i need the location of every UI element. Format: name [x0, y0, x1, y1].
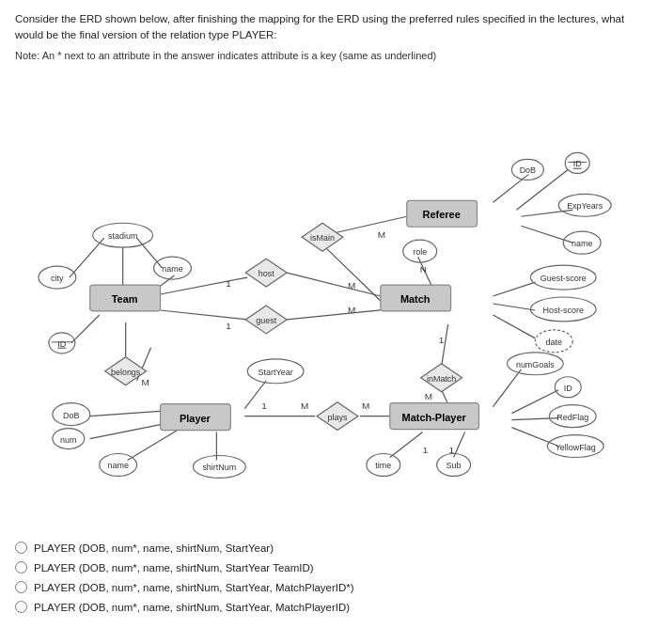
svg-text:M: M [378, 229, 385, 240]
svg-text:1: 1 [226, 278, 231, 289]
svg-text:num: num [60, 434, 76, 444]
svg-line-27 [511, 417, 558, 419]
svg-text:ID: ID [573, 159, 582, 168]
option-label-3[interactable]: PLAYER (DOB, num*, name, shirtNum, Start… [34, 580, 354, 595]
svg-text:name: name [572, 239, 592, 248]
option-radio-4[interactable] [15, 601, 27, 613]
option-row-1: PLAYER (DOB, num*, name, shirtNum, Start… [15, 541, 643, 556]
svg-line-26 [511, 389, 558, 413]
svg-text:M: M [425, 390, 432, 401]
svg-line-32 [493, 174, 528, 202]
svg-text:1: 1 [226, 320, 231, 330]
svg-text:ID: ID [57, 338, 66, 348]
svg-text:ExpYears: ExpYears [567, 201, 603, 211]
option-row-2: PLAYER (DOB, num*, name, shirtNum, Start… [15, 560, 643, 575]
svg-text:1: 1 [439, 334, 445, 344]
svg-text:name: name [162, 264, 182, 274]
svg-text:shirtNum: shirtNum [202, 463, 236, 472]
svg-text:M: M [142, 376, 149, 386]
svg-text:YellowFlag: YellowFlag [556, 442, 596, 451]
svg-text:Player: Player [180, 412, 212, 423]
svg-text:RedFlag: RedFlag [556, 412, 588, 421]
svg-text:N: N [420, 264, 427, 275]
erd-svg: 1 1 M M M N 1 M M M 1 1 1 M Team Match [15, 71, 643, 531]
svg-line-1 [161, 309, 248, 319]
svg-text:stadium: stadium [108, 231, 137, 241]
svg-text:guest: guest [256, 315, 276, 324]
svg-text:Host-score: Host-score [543, 305, 584, 314]
svg-text:role: role [413, 247, 427, 257]
svg-text:DoB: DoB [520, 165, 536, 175]
option-label-4[interactable]: PLAYER (DOB, num*, name, shirtNum, Start… [34, 600, 350, 615]
svg-text:Referee: Referee [423, 209, 461, 220]
svg-text:Match-Player: Match-Player [402, 411, 467, 422]
erd-diagram: 1 1 M M M N 1 M M M 1 1 1 M Team Match [15, 71, 643, 531]
question-note-text: Note: An * next to an attribute in the a… [15, 50, 643, 61]
svg-text:M: M [362, 400, 369, 410]
question-main-text: Consider the ERD shown below, after fini… [15, 11, 643, 44]
svg-text:plays: plays [328, 412, 348, 421]
option-radio-3[interactable] [15, 581, 27, 593]
svg-text:ID: ID [564, 383, 572, 392]
svg-line-2 [287, 273, 381, 296]
svg-text:time: time [375, 461, 391, 470]
svg-text:inMatch: inMatch [427, 373, 456, 383]
svg-text:Team: Team [112, 292, 138, 304]
svg-text:numGoals: numGoals [516, 359, 555, 369]
svg-text:city: city [51, 274, 64, 283]
option-label-2[interactable]: PLAYER (DOB, num*, name, shirtNum, Start… [34, 560, 314, 575]
option-radio-1[interactable] [15, 542, 27, 554]
svg-line-10 [442, 323, 448, 366]
svg-line-16 [71, 314, 100, 342]
svg-text:isMain: isMain [310, 233, 335, 243]
svg-text:M: M [348, 304, 355, 314]
svg-text:M: M [301, 400, 308, 410]
svg-line-9 [493, 314, 535, 338]
svg-text:1: 1 [261, 400, 267, 410]
svg-line-28 [511, 427, 558, 446]
svg-text:belongs: belongs [111, 367, 141, 376]
svg-line-7 [493, 282, 535, 296]
svg-text:name: name [107, 461, 128, 470]
svg-text:DoB: DoB [63, 410, 79, 419]
svg-line-29 [493, 369, 521, 406]
svg-text:1: 1 [423, 444, 429, 454]
svg-line-3 [287, 309, 381, 319]
svg-text:1: 1 [449, 444, 455, 454]
option-row-3: PLAYER (DOB, num*, name, shirtNum, Start… [15, 580, 643, 595]
svg-line-0 [161, 277, 248, 294]
svg-text:Guest-score: Guest-score [540, 274, 587, 283]
svg-line-11 [442, 389, 448, 403]
svg-text:Sub: Sub [446, 461, 462, 470]
option-label-1[interactable]: PLAYER (DOB, num*, name, shirtNum, Start… [34, 541, 274, 556]
svg-line-19 [137, 238, 163, 268]
option-radio-2[interactable] [15, 561, 27, 573]
svg-line-33 [516, 169, 568, 210]
svg-text:date: date [546, 337, 562, 346]
options-area: PLAYER (DOB, num*, name, shirtNum, Start… [15, 541, 643, 615]
svg-line-31 [390, 432, 423, 457]
svg-line-35 [521, 226, 572, 243]
svg-line-23 [128, 429, 180, 460]
svg-text:M: M [348, 280, 355, 291]
svg-text:host: host [258, 269, 274, 278]
option-row-4: PLAYER (DOB, num*, name, shirtNum, Start… [15, 600, 643, 615]
svg-line-4 [322, 244, 381, 301]
svg-text:StartYear: StartYear [258, 367, 293, 376]
svg-line-22 [90, 422, 170, 438]
svg-line-21 [90, 410, 170, 416]
svg-line-8 [493, 303, 535, 309]
svg-text:Match: Match [400, 292, 431, 304]
svg-line-34 [521, 210, 572, 216]
svg-line-18 [70, 238, 104, 277]
